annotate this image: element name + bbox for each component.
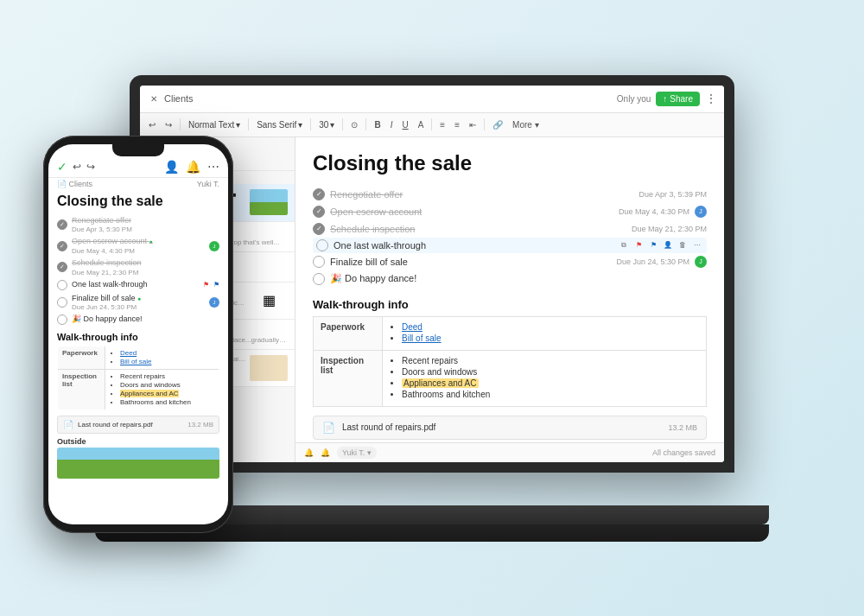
paperwork-label: Paperwork — [314, 316, 383, 350]
style-dropdown[interactable]: Normal Text ▾ — [185, 118, 244, 131]
pdf-icon: 📄 — [322, 422, 335, 434]
numbered-list-button[interactable]: ≡ — [451, 118, 463, 131]
topbar-right: Only you ↑ Share ⋮ — [617, 92, 717, 106]
phone-screen: ✓ ↩ ↪ 👤 🔔 ⋯ 📄 Clients Yuki T. — [48, 144, 228, 524]
task-content: Finalize bill of sale ● Due Jun 24, 5:30… — [72, 294, 205, 312]
outdent-button[interactable]: ⇤ — [466, 118, 480, 131]
redo-button[interactable]: ↪ — [162, 118, 175, 131]
attachment-name: Last round of repairs.pdf — [342, 422, 661, 432]
person-icon[interactable]: 👤 — [164, 160, 179, 174]
list-button[interactable]: ≡ — [436, 118, 448, 131]
bell-icon[interactable]: 🔔 — [186, 160, 200, 174]
user-icon[interactable]: 👤 — [662, 239, 674, 251]
more-format-button[interactable]: More ▾ — [509, 118, 543, 131]
attachment-row[interactable]: 📄 Last round of repairs.pdf 13.2 MB — [313, 416, 707, 440]
flag-red-icon[interactable]: ⚑ — [632, 239, 645, 251]
chevron-down-icon: ▾ — [367, 448, 372, 457]
close-icon[interactable]: ✕ — [147, 92, 161, 105]
more-icon[interactable]: ⋯ — [691, 239, 703, 251]
task-avatar: J — [209, 241, 219, 251]
task-checkbox[interactable]: ✓ — [313, 188, 325, 200]
deed-link[interactable]: Deed — [120, 349, 137, 357]
undo-button[interactable]: ↩ — [145, 118, 159, 131]
bold-button[interactable]: B — [371, 118, 384, 131]
undo-button[interactable]: ↩ — [73, 161, 81, 173]
task-checkbox[interactable] — [316, 239, 328, 251]
laptop: ✕ Clients Only you ↑ Share ⋮ ↩ — [95, 75, 769, 559]
paperwork-list: Deed Bill of sale — [120, 349, 214, 365]
separator — [431, 118, 432, 130]
section-heading: Walk-through info — [313, 298, 707, 311]
separator — [248, 118, 249, 130]
list-item: Bathrooms and kitchen — [402, 390, 699, 399]
phone-breadcrumb: 📄 Clients Yuki T. — [48, 178, 228, 190]
task-text: 🎉 Do happy dance! — [330, 273, 707, 284]
more-icon[interactable]: ⋯ — [207, 160, 219, 174]
list-item-highlighted: Appliances and AC — [120, 390, 214, 397]
bell-icon2: 🔔 — [321, 448, 330, 457]
note-thumbnail: ▦ — [250, 288, 288, 314]
editor-body[interactable]: Closing the sale ✓ Renegotiate offer Due… — [295, 137, 724, 442]
outside-image — [57, 448, 219, 479]
task-checkbox[interactable] — [57, 314, 67, 325]
task-due: Due Jun 24, 5:30 PM — [616, 257, 689, 266]
task-due: Due May 21, 2:30 PM — [632, 225, 707, 233]
copy-icon[interactable]: ⧉ — [618, 239, 630, 251]
task-checkbox[interactable]: ✓ — [313, 223, 325, 235]
bill-of-sale-link[interactable]: Bill of sale — [402, 333, 442, 343]
list-item: Bathrooms and kitchen — [120, 398, 214, 406]
task-checkbox[interactable]: ✓ — [57, 241, 67, 251]
size-dropdown[interactable]: 30 ▾ — [315, 118, 338, 131]
task-item: ✓ Renegotiate offer Due Apr 3, 5:39 PM — [313, 186, 707, 203]
task-checkbox[interactable]: ✓ — [57, 262, 67, 272]
paperwork-content: Deed Bill of sale — [105, 346, 219, 370]
note-thumbnail — [250, 355, 288, 381]
task-text: Open escrow account — [330, 206, 613, 217]
saved-status: All changes saved — [652, 448, 715, 457]
deed-link[interactable]: Deed — [402, 322, 422, 332]
color-button[interactable]: ⊙ — [347, 118, 361, 131]
phone-attachment[interactable]: 📄 Last round of repairs.pdf 13.2 MB — [57, 416, 219, 434]
only-you-label: Only you — [617, 94, 651, 104]
flag-blue-icon[interactable]: ⚑ — [647, 239, 659, 251]
paperwork-content: Deed Bill of sale — [383, 316, 707, 350]
delete-icon[interactable]: 🗑 — [677, 239, 689, 251]
check-icon[interactable]: ✓ — [57, 160, 67, 174]
share-button[interactable]: ↑ Share — [656, 92, 700, 106]
redo-button[interactable]: ↪ — [86, 161, 95, 173]
task-checkbox[interactable]: ✓ — [57, 219, 67, 230]
task-due: Due May 21, 2:30 PM — [72, 269, 142, 276]
task-text: Schedule inspection — [330, 224, 626, 234]
inspection-content: Recent repairs Doors and windows Applian… — [383, 350, 707, 406]
inspection-list: Recent repairs Doors and windows Applian… — [402, 356, 699, 399]
link-button[interactable]: 🔗 — [489, 118, 506, 131]
bill-of-sale-link[interactable]: Bill of sale — [120, 358, 151, 365]
font-dropdown[interactable]: Sans Serif ▾ — [253, 118, 306, 131]
italic-button[interactable]: I — [387, 118, 397, 131]
editor-panel: Closing the sale ✓ Renegotiate offer Due… — [295, 137, 724, 462]
table-row: Paperwork Deed Bill of sale — [314, 316, 707, 350]
task-action-icons: ⧉ ⚑ ⚑ 👤 🗑 ⋯ — [618, 239, 703, 251]
task-content: Schedule inspection Due May 21, 2:30 PM — [72, 258, 142, 276]
task-avatar: J — [209, 297, 219, 308]
font-color-button[interactable]: A — [415, 118, 428, 131]
task-avatar: J — [695, 256, 707, 268]
inspection-label: Inspection list — [58, 370, 105, 410]
task-checkbox[interactable] — [313, 256, 325, 268]
list-item: Recent repairs — [402, 356, 699, 365]
outside-section: Outside — [57, 437, 219, 479]
task-item: Finalize bill of sale Due Jun 24, 5:30 P… — [313, 253, 707, 270]
pdf-icon: 📄 — [63, 420, 73, 429]
task-checkbox[interactable] — [57, 280, 67, 290]
bell-icon: 🔔 — [304, 448, 314, 457]
paperwork-label: Paperwork — [58, 346, 105, 370]
paperwork-list: Deed Bill of sale — [402, 322, 699, 343]
user-avatar-dropdown[interactable]: Yuki T. ▾ — [337, 447, 377, 459]
breadcrumb: Clients — [164, 93, 194, 104]
task-checkbox[interactable] — [313, 273, 325, 285]
more-options-button[interactable]: ⋮ — [705, 92, 717, 105]
task-checkbox[interactable]: ✓ — [313, 206, 325, 218]
phone-body-scroll[interactable]: ✓ Renegotiate offer Due Apr 3, 5:30 PM ✓… — [48, 214, 228, 524]
underline-button[interactable]: U — [398, 118, 411, 131]
task-checkbox[interactable] — [57, 297, 67, 308]
